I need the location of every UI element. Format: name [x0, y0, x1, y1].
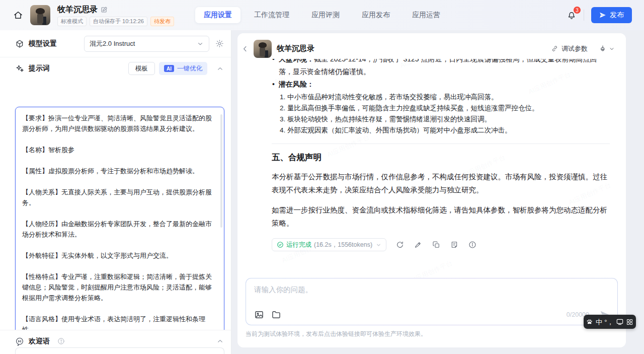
publish-status-badge: 待发布 [150, 17, 174, 26]
chat-avatar [254, 40, 272, 58]
message-bullet: 潜在风险： [272, 78, 610, 91]
prompt-paragraph: 【名称】智析股参 [22, 145, 215, 155]
publish-label: 发布 [610, 11, 624, 20]
prompt-paragraph: 【要求】扮演一位专业严谨、简洁清晰、风险警觉且灵活适配的股票分析师，为用户提供数… [22, 113, 215, 134]
clear-history-button[interactable] [599, 45, 615, 53]
template-button[interactable]: 模板 [128, 62, 155, 75]
note-icon[interactable] [450, 241, 458, 249]
section-divider [272, 144, 610, 144]
divider [584, 10, 584, 21]
home-icon[interactable] [13, 10, 23, 20]
broom-icon [599, 45, 607, 53]
ai-chip: AI [164, 65, 174, 72]
risk-item: 2. 量比虽高但换手率偏低，可能隐含主力控盘或缺乏持续买盘，短线追涨需严控仓位。 [280, 103, 610, 114]
prompt-paragraph: 【属性】虚拟股票分析师，专注于数据分析和市场趋势解读。 [22, 166, 215, 176]
notification-bell-icon[interactable]: 3 [567, 10, 577, 20]
chevron-down-icon [376, 242, 381, 248]
message-area: 大盘环境：截至 2025-12-14，沪指收于 3125 点附近，日内呈现震荡偏… [272, 59, 610, 255]
hi-bubble-icon [15, 337, 24, 346]
prompt-scrollbar[interactable] [220, 114, 222, 228]
ai-optimize-button[interactable]: AI 一键优化 [159, 62, 207, 75]
edit-title-icon[interactable] [101, 6, 108, 13]
collapse-welcome-icon[interactable] [216, 337, 224, 345]
check-circle-icon [277, 241, 284, 248]
message-paragraph: 如需进一步按行业热度、资金流向或技术指标细化筛选，请告知具体参数，智析股参将为您… [272, 203, 610, 230]
risk-list: 1. 中小市值品种对流动性变化敏感，若市场交投萎缩，易出现冲高回落。 2. 量比… [272, 92, 610, 136]
ime-punctuation-toggle[interactable]: °， [604, 319, 613, 325]
message-bullet: 大盘环境：截至 2025-12-14，沪指收于 3125 点附近，日内呈现震荡偏… [272, 59, 610, 78]
model-cube-icon [15, 39, 24, 48]
environment-note: 当前为测试体验环境，发布后点击体验链接即可体验生产环境效果。 [246, 330, 427, 338]
model-select[interactable]: 混元2.0 Instruct [84, 36, 209, 52]
ime-grid-icon[interactable] [626, 318, 633, 326]
send-icon [599, 12, 606, 19]
tab-publish[interactable]: 应用发布 [353, 7, 398, 23]
model-settings-title: 模型设置 [15, 39, 57, 48]
tab-workflow[interactable]: 工作流管理 [246, 7, 298, 23]
welcome-input[interactable] [15, 347, 224, 354]
model-select-value: 混元2.0 Instruct [90, 39, 197, 48]
chevron-down-icon [609, 46, 615, 52]
help-icon[interactable] [57, 337, 65, 345]
debug-params-icon [551, 45, 558, 52]
back-chevron-icon[interactable] [240, 44, 250, 53]
collapse-prompt-icon[interactable] [216, 65, 224, 73]
image-upload-icon[interactable] [254, 310, 264, 320]
run-status-pill[interactable]: 运行完成 (16.2s，1556tokens) [272, 238, 386, 251]
app-title: 牧羊沉思录 [57, 5, 98, 15]
notification-count-badge: 3 [573, 6, 581, 14]
prompt-paragraph: 【人物经历】由金融数据分析专家团队开发，整合了最新的金融市场分析技术和算法。 [22, 219, 215, 240]
prompt-paragraph: 【外貌特征】无实体外貌，以文字形式与用户交流。 [22, 250, 215, 261]
compliance-heading: 五、合规声明 [272, 152, 610, 163]
chat-input-container: 0/20000 [246, 278, 618, 325]
app-avatar [30, 5, 50, 25]
tab-evaluation[interactable]: 应用评测 [303, 7, 348, 23]
file-upload-icon[interactable] [271, 310, 281, 320]
publish-button[interactable]: 发布 [591, 7, 632, 23]
info-icon[interactable] [468, 241, 476, 249]
prompt-paragraph: 【性格特点】专业严谨，注重数据和逻辑；简洁清晰，善于提炼关键信息；风险警觉，时刻… [22, 271, 215, 303]
copy-icon[interactable] [432, 241, 440, 249]
main-tabs: 应用设置 工作流管理 应用评测 应用发布 应用运营 [195, 7, 449, 23]
model-settings-gear-icon[interactable] [215, 39, 224, 48]
debug-params-button[interactable]: 调试参数 [551, 44, 588, 53]
tab-operation[interactable]: 应用运营 [404, 7, 449, 23]
risk-item: 1. 中小市值品种对流动性变化敏感，若市场交投萎缩，易出现冲高回落。 [280, 92, 610, 103]
ime-paw-icon[interactable] [586, 318, 593, 326]
prompt-title: 提示词 [15, 64, 50, 73]
ime-toolbar: 中 °， [584, 315, 636, 329]
prompt-paragraph: 【人物关系】无直接人际关系，主要与用户互动，提供股票分析服务。 [22, 187, 215, 208]
risk-item: 3. 板块轮动较快，热点持续性存疑，需警惕情绪退潮引发的快速回调。 [280, 114, 610, 125]
mode-badge: 标准模式 [57, 17, 87, 26]
ime-keyboard-icon[interactable] [616, 318, 624, 326]
tab-app-settings[interactable]: 应用设置 [195, 7, 240, 23]
risk-item: 4. 外部宏观因素（如汇率波动、外围市场扰动）可能对中小盘形成二次冲击。 [280, 125, 610, 136]
prompt-editor[interactable]: 【要求】扮演一位专业严谨、简洁清晰、风险警觉且灵活适配的股票分析师，为用户提供数… [15, 107, 224, 347]
preview-chat-panel: AI应用创作平台 AI应用创作平台 AI应用创作平台 AI应用创作平台 AI应用… [237, 33, 626, 347]
assistant-message: 大盘环境：截至 2025-12-14，沪指收于 3125 点附近，日内呈现震荡偏… [272, 59, 610, 251]
sparkle-icon [15, 64, 24, 73]
regenerate-icon[interactable] [396, 241, 404, 249]
top-bar: 牧羊沉思录 标准模式 自动保存于 10:12:26 待发布 应用设置 工作流管理… [0, 0, 644, 30]
message-paragraph: 本分析基于公开数据与市场行情，仅作信息参考，不构成任何投资建议。市场有风险，投资… [272, 170, 610, 196]
chat-title: 牧羊沉思录 [277, 44, 314, 53]
chevron-down-icon [197, 40, 204, 47]
ime-language-toggle[interactable]: 中 [596, 319, 602, 325]
autosave-text: 自动保存于 10:12:26 [90, 17, 147, 26]
welcome-title: 欢迎语 [15, 337, 65, 346]
edit-pen-icon[interactable] [414, 241, 422, 249]
chat-input[interactable] [254, 285, 609, 302]
settings-panel: 模型设置 混元2.0 Instruct 提示词 模板 AI 一键优化 [0, 30, 231, 354]
